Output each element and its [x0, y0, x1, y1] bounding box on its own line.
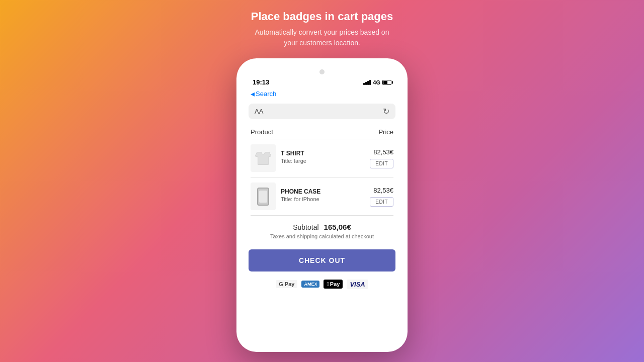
cart-header: Product Price — [249, 123, 395, 139]
nav-bar: ◂ Search — [243, 88, 401, 102]
cart-item-tshirt: T SHIRT Title: large 82,53€ EDIT — [249, 139, 395, 177]
column-product-label: Product — [251, 128, 273, 136]
phone-top-area — [243, 64, 401, 74]
status-icons: 4G — [363, 79, 391, 85]
amex-badge: AMEX — [301, 281, 319, 288]
signal-bars-icon — [363, 80, 371, 85]
back-button[interactable]: ◂ Search — [251, 89, 276, 99]
phone-screen: 19:13 4G ◂ S — [243, 74, 401, 346]
cart-content: Product Price T SHIRT Title: large — [243, 123, 401, 216]
cart-item-phonecase: PHONE CASE Title: for iPhone 82,53€ EDIT — [249, 177, 395, 215]
gpay-icon: G Pay — [276, 279, 297, 290]
status-time: 19:13 — [253, 78, 269, 86]
phonecase-info: PHONE CASE Title: for iPhone — [281, 188, 353, 205]
phone-mockup: 19:13 4G ◂ S — [236, 58, 408, 352]
header-section: Place badges in cart pages Automatically… — [241, 10, 403, 48]
applepay-badge:  Pay — [324, 280, 343, 289]
subtotal-row: Subtotal 165,06€ — [251, 223, 393, 231]
tshirt-edit-button[interactable]: EDIT — [370, 159, 393, 168]
tshirt-price: 82,53€ — [373, 148, 393, 156]
phonecase-edit-button[interactable]: EDIT — [370, 197, 393, 207]
phonecase-price-col: 82,53€ EDIT — [358, 187, 393, 207]
header-title: Place badges in cart pages — [251, 10, 393, 23]
browser-refresh-icon[interactable]: ↻ — [383, 107, 389, 116]
payment-icons: G Pay AMEX  Pay VISA — [243, 277, 401, 296]
tax-note: Taxes and shipping calculated at checkou… — [251, 233, 393, 239]
page-wrapper: Place badges in cart pages Automatically… — [0, 0, 644, 362]
browser-aa-label[interactable]: AA — [255, 108, 263, 115]
gpay-badge: G Pay — [276, 280, 297, 288]
tshirt-image — [251, 144, 276, 172]
battery-fill — [383, 81, 387, 84]
phonecase-name: PHONE CASE — [281, 188, 353, 195]
subtotal-value: 165,06€ — [324, 223, 351, 231]
phonecase-svg-icon — [257, 188, 269, 206]
tshirt-svg-icon — [255, 150, 271, 166]
applepay-icon:  Pay — [324, 279, 343, 290]
apple-logo-icon:  — [327, 281, 329, 288]
tshirt-price-col: 82,53€ EDIT — [358, 148, 393, 168]
subtotal-section: Subtotal 165,06€ Taxes and shipping calc… — [243, 216, 401, 249]
checkout-button[interactable]: CHECK OUT — [249, 249, 395, 272]
battery-icon — [382, 80, 391, 85]
phonecase-image — [251, 183, 276, 210]
tshirt-name: T SHIRT — [281, 150, 353, 157]
amex-icon: AMEX — [301, 279, 319, 290]
visa-badge: VISA — [347, 280, 368, 289]
tshirt-variant: Title: large — [281, 158, 353, 164]
visa-icon: VISA — [347, 279, 368, 290]
phonecase-variant: Title: for iPhone — [281, 196, 353, 202]
back-label: Search — [256, 90, 276, 98]
subtotal-label: Subtotal — [293, 223, 318, 231]
status-bar: 19:13 4G — [243, 74, 401, 88]
phonecase-price: 82,53€ — [373, 187, 393, 194]
column-price-label: Price — [378, 128, 393, 136]
browser-bar[interactable]: AA ↻ — [249, 104, 395, 119]
phone-camera — [319, 69, 325, 74]
back-chevron-icon: ◂ — [251, 89, 255, 99]
header-subtitle: Automatically convert your prices based … — [251, 27, 393, 48]
tshirt-info: T SHIRT Title: large — [281, 150, 353, 167]
network-label: 4G — [373, 79, 380, 85]
